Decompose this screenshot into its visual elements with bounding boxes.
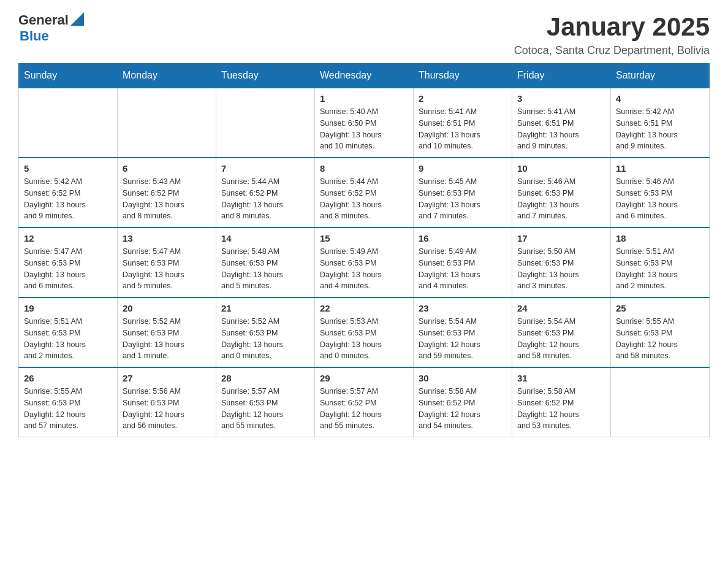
calendar-cell: 9Sunrise: 5:45 AM Sunset: 6:53 PM Daylig… [414, 158, 512, 228]
calendar-cell: 7Sunrise: 5:44 AM Sunset: 6:52 PM Daylig… [216, 158, 315, 228]
day-number: 28 [221, 373, 309, 383]
calendar-cell: 24Sunrise: 5:54 AM Sunset: 6:53 PM Dayli… [512, 297, 611, 367]
calendar-header: SundayMondayTuesdayWednesdayThursdayFrid… [19, 64, 710, 88]
day-info: Sunrise: 5:47 AM Sunset: 6:53 PM Dayligh… [24, 246, 112, 292]
day-info: Sunrise: 5:57 AM Sunset: 6:52 PM Dayligh… [320, 386, 408, 432]
day-number: 7 [221, 163, 309, 174]
day-info: Sunrise: 5:53 AM Sunset: 6:53 PM Dayligh… [320, 316, 408, 362]
day-number: 21 [221, 303, 309, 313]
day-info: Sunrise: 5:49 AM Sunset: 6:53 PM Dayligh… [320, 246, 408, 292]
calendar-week-1: 1Sunrise: 5:40 AM Sunset: 6:50 PM Daylig… [19, 88, 710, 158]
calendar-cell: 31Sunrise: 5:58 AM Sunset: 6:52 PM Dayli… [512, 367, 611, 437]
day-number: 3 [517, 93, 605, 104]
day-number: 31 [517, 373, 605, 383]
calendar-body: 1Sunrise: 5:40 AM Sunset: 6:50 PM Daylig… [19, 88, 710, 437]
calendar-cell: 19Sunrise: 5:51 AM Sunset: 6:53 PM Dayli… [19, 297, 118, 367]
day-number: 17 [517, 233, 605, 243]
day-info: Sunrise: 5:58 AM Sunset: 6:52 PM Dayligh… [419, 386, 507, 432]
calendar-week-2: 5Sunrise: 5:42 AM Sunset: 6:52 PM Daylig… [19, 158, 710, 228]
day-number: 25 [616, 303, 704, 313]
day-info: Sunrise: 5:43 AM Sunset: 6:52 PM Dayligh… [123, 176, 211, 222]
day-number: 19 [24, 303, 112, 313]
calendar-cell: 16Sunrise: 5:49 AM Sunset: 6:53 PM Dayli… [414, 228, 512, 297]
calendar-cell: 26Sunrise: 5:55 AM Sunset: 6:53 PM Dayli… [19, 367, 118, 437]
day-info: Sunrise: 5:50 AM Sunset: 6:53 PM Dayligh… [517, 246, 605, 292]
calendar-cell: 10Sunrise: 5:46 AM Sunset: 6:53 PM Dayli… [512, 158, 611, 228]
calendar-cell: 25Sunrise: 5:55 AM Sunset: 6:53 PM Dayli… [611, 297, 710, 367]
calendar-cell: 29Sunrise: 5:57 AM Sunset: 6:52 PM Dayli… [315, 367, 414, 437]
day-number: 20 [123, 303, 211, 313]
day-info: Sunrise: 5:47 AM Sunset: 6:53 PM Dayligh… [123, 246, 211, 292]
calendar-cell [216, 88, 315, 158]
calendar-cell [611, 367, 710, 437]
page-header: General Blue January 2025 Cotoca, Santa … [18, 12, 710, 57]
day-number: 15 [320, 233, 408, 243]
day-number: 8 [320, 163, 408, 174]
day-info: Sunrise: 5:51 AM Sunset: 6:53 PM Dayligh… [24, 316, 112, 362]
svg-marker-0 [70, 12, 84, 26]
day-number: 1 [320, 93, 408, 104]
day-info: Sunrise: 5:51 AM Sunset: 6:53 PM Dayligh… [616, 246, 704, 292]
calendar-cell: 17Sunrise: 5:50 AM Sunset: 6:53 PM Dayli… [512, 228, 611, 297]
calendar-cell: 21Sunrise: 5:52 AM Sunset: 6:53 PM Dayli… [216, 297, 315, 367]
day-number: 30 [419, 373, 507, 383]
calendar-cell: 18Sunrise: 5:51 AM Sunset: 6:53 PM Dayli… [611, 228, 710, 297]
weekday-header-thursday: Thursday [414, 64, 512, 88]
day-number: 22 [320, 303, 408, 313]
day-number: 27 [123, 373, 211, 383]
weekday-header-tuesday: Tuesday [216, 64, 315, 88]
calendar-cell: 30Sunrise: 5:58 AM Sunset: 6:52 PM Dayli… [414, 367, 512, 437]
day-info: Sunrise: 5:44 AM Sunset: 6:52 PM Dayligh… [320, 176, 408, 222]
day-info: Sunrise: 5:46 AM Sunset: 6:53 PM Dayligh… [616, 176, 704, 222]
calendar-cell: 2Sunrise: 5:41 AM Sunset: 6:51 PM Daylig… [414, 88, 512, 158]
day-number: 11 [616, 163, 704, 174]
day-number: 4 [616, 93, 704, 104]
calendar-cell: 20Sunrise: 5:52 AM Sunset: 6:53 PM Dayli… [118, 297, 216, 367]
day-number: 29 [320, 373, 408, 383]
calendar-cell: 14Sunrise: 5:48 AM Sunset: 6:53 PM Dayli… [216, 228, 315, 297]
calendar-cell: 5Sunrise: 5:42 AM Sunset: 6:52 PM Daylig… [19, 158, 118, 228]
day-number: 26 [24, 373, 112, 383]
day-number: 12 [24, 233, 112, 243]
day-info: Sunrise: 5:48 AM Sunset: 6:53 PM Dayligh… [221, 246, 309, 292]
day-number: 2 [419, 93, 507, 104]
day-info: Sunrise: 5:56 AM Sunset: 6:53 PM Dayligh… [123, 386, 211, 432]
logo-blue-text: Blue [20, 28, 49, 44]
day-number: 18 [616, 233, 704, 243]
calendar-cell: 11Sunrise: 5:46 AM Sunset: 6:53 PM Dayli… [611, 158, 710, 228]
month-title: January 2025 [514, 12, 710, 42]
weekday-header-friday: Friday [512, 64, 611, 88]
location-subtitle: Cotoca, Santa Cruz Department, Bolivia [514, 44, 710, 57]
day-number: 9 [419, 163, 507, 174]
day-info: Sunrise: 5:54 AM Sunset: 6:53 PM Dayligh… [517, 316, 605, 362]
calendar-week-3: 12Sunrise: 5:47 AM Sunset: 6:53 PM Dayli… [19, 228, 710, 297]
calendar-cell: 3Sunrise: 5:41 AM Sunset: 6:51 PM Daylig… [512, 88, 611, 158]
day-info: Sunrise: 5:49 AM Sunset: 6:53 PM Dayligh… [419, 246, 507, 292]
calendar-week-4: 19Sunrise: 5:51 AM Sunset: 6:53 PM Dayli… [19, 297, 710, 367]
calendar-cell: 12Sunrise: 5:47 AM Sunset: 6:53 PM Dayli… [19, 228, 118, 297]
day-info: Sunrise: 5:58 AM Sunset: 6:52 PM Dayligh… [517, 386, 605, 432]
day-info: Sunrise: 5:40 AM Sunset: 6:50 PM Dayligh… [320, 106, 408, 152]
calendar-cell [19, 88, 118, 158]
logo-general-text: General [18, 12, 69, 28]
day-number: 16 [419, 233, 507, 243]
calendar-cell: 1Sunrise: 5:40 AM Sunset: 6:50 PM Daylig… [315, 88, 414, 158]
day-info: Sunrise: 5:52 AM Sunset: 6:53 PM Dayligh… [123, 316, 211, 362]
day-number: 6 [123, 163, 211, 174]
calendar-cell: 22Sunrise: 5:53 AM Sunset: 6:53 PM Dayli… [315, 297, 414, 367]
calendar-cell: 15Sunrise: 5:49 AM Sunset: 6:53 PM Dayli… [315, 228, 414, 297]
calendar-cell: 27Sunrise: 5:56 AM Sunset: 6:53 PM Dayli… [118, 367, 216, 437]
day-number: 24 [517, 303, 605, 313]
day-info: Sunrise: 5:44 AM Sunset: 6:52 PM Dayligh… [221, 176, 309, 222]
calendar-cell: 23Sunrise: 5:54 AM Sunset: 6:53 PM Dayli… [414, 297, 512, 367]
calendar-cell: 13Sunrise: 5:47 AM Sunset: 6:53 PM Dayli… [118, 228, 216, 297]
calendar-table: SundayMondayTuesdayWednesdayThursdayFrid… [18, 63, 710, 437]
calendar-cell: 8Sunrise: 5:44 AM Sunset: 6:52 PM Daylig… [315, 158, 414, 228]
calendar-cell [118, 88, 216, 158]
weekday-header-monday: Monday [118, 64, 216, 88]
day-number: 14 [221, 233, 309, 243]
day-info: Sunrise: 5:42 AM Sunset: 6:51 PM Dayligh… [616, 106, 704, 152]
logo-triangle-icon [70, 12, 84, 26]
weekday-header-row: SundayMondayTuesdayWednesdayThursdayFrid… [19, 64, 710, 88]
weekday-header-wednesday: Wednesday [315, 64, 414, 88]
